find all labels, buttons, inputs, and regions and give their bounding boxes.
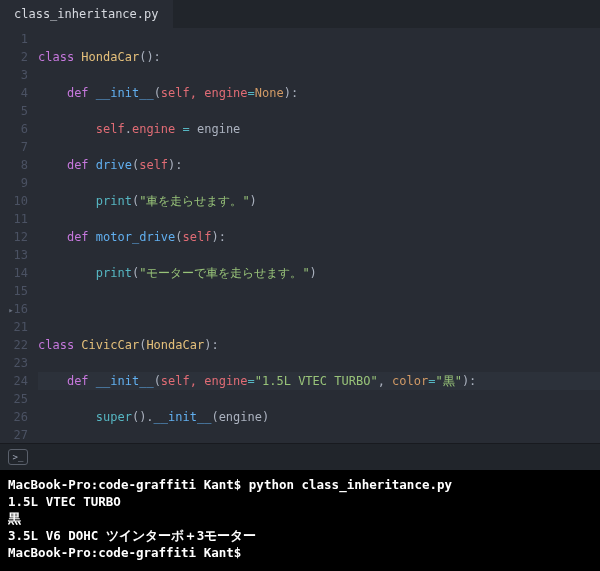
terminal-prompt: MacBook-Pro:code-graffiti Kant$ bbox=[8, 545, 249, 560]
fold-icon[interactable]: ▸ bbox=[4, 301, 14, 319]
terminal-prompt: MacBook-Pro:code-graffiti Kant$ bbox=[8, 477, 249, 492]
terminal-command: python class_inheritance.py bbox=[249, 477, 452, 492]
terminal-toolbar: >_ bbox=[0, 443, 600, 470]
tab-bar: class_inheritance.py bbox=[0, 0, 600, 28]
line-number-gutter: 1 2 3 4 5 6 7 8 9 10 11 12 13 14 15 ▸16 … bbox=[0, 28, 38, 443]
code-area[interactable]: class HondaCar(): def __init__(self, eng… bbox=[38, 28, 600, 443]
terminal-line: 1.5L VTEC TURBO bbox=[8, 494, 121, 509]
terminal-output[interactable]: MacBook-Pro:code-graffiti Kant$ python c… bbox=[0, 470, 600, 571]
tab-filename: class_inheritance.py bbox=[14, 7, 159, 21]
terminal-icon[interactable]: >_ bbox=[8, 449, 28, 465]
tab-file[interactable]: class_inheritance.py bbox=[0, 0, 173, 28]
terminal-line: 3.5L V6 DOHC ツインターボ＋3モーター bbox=[8, 528, 256, 543]
code-editor[interactable]: 1 2 3 4 5 6 7 8 9 10 11 12 13 14 15 ▸16 … bbox=[0, 28, 600, 443]
terminal-line: 黒 bbox=[8, 511, 21, 526]
